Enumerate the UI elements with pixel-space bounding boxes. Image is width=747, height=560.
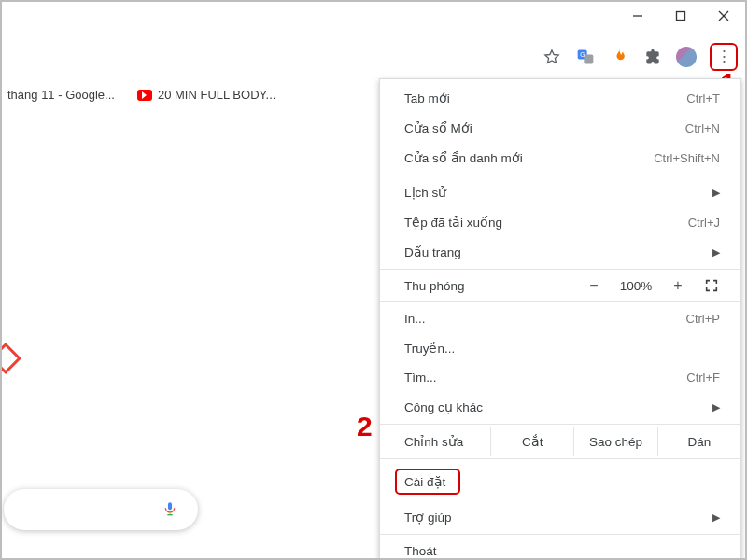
bookmark-label: 20 MIN FULL BODY... bbox=[158, 88, 275, 102]
fullscreen-button[interactable] bbox=[696, 278, 727, 293]
menu-separator bbox=[380, 301, 740, 302]
edit-copy[interactable]: Sao chép bbox=[573, 427, 656, 456]
svg-rect-7 bbox=[168, 502, 172, 510]
menu-item-print[interactable]: In... Ctrl+P bbox=[380, 304, 740, 333]
zoom-value: 100% bbox=[612, 279, 660, 293]
decorative-shape bbox=[0, 343, 21, 374]
menu-separator bbox=[380, 175, 740, 175]
fire-icon[interactable] bbox=[609, 47, 629, 67]
menu-separator bbox=[380, 534, 740, 535]
menu-item-cast[interactable]: Truyền... bbox=[380, 333, 740, 363]
bookmark-label: tháng 11 - Google... bbox=[7, 88, 115, 102]
chevron-right-icon: ▶ bbox=[712, 401, 720, 413]
menu-item-help[interactable]: Trợ giúp ▶ bbox=[380, 502, 740, 532]
bookmark-item[interactable]: tháng 11 - Google... bbox=[7, 88, 115, 102]
microphone-icon[interactable] bbox=[162, 498, 177, 522]
minimize-button[interactable] bbox=[616, 2, 659, 30]
youtube-icon bbox=[137, 90, 152, 101]
svg-text:G: G bbox=[580, 51, 585, 58]
menu-item-new-tab[interactable]: Tab mới Ctrl+T bbox=[380, 83, 740, 113]
star-icon[interactable] bbox=[542, 47, 562, 67]
menu-item-find[interactable]: Tìm... Ctrl+F bbox=[380, 363, 740, 392]
menu-item-downloads[interactable]: Tệp đã tải xuống Ctrl+J bbox=[380, 207, 740, 237]
chevron-right-icon: ▶ bbox=[712, 511, 720, 524]
chevron-right-icon: ▶ bbox=[712, 187, 720, 199]
annotation-2: 2 bbox=[357, 411, 373, 442]
menu-item-zoom: Thu phóng − 100% + bbox=[380, 272, 740, 300]
svg-rect-1 bbox=[677, 12, 685, 21]
menu-item-edit: Chỉnh sửa Cắt Sao chép Dán bbox=[380, 427, 740, 456]
window-controls bbox=[616, 2, 745, 30]
menu-item-bookmarks[interactable]: Dấu trang ▶ bbox=[380, 237, 740, 267]
close-button[interactable] bbox=[702, 2, 745, 30]
menu-item-history[interactable]: Lịch sử ▶ bbox=[380, 177, 740, 207]
chevron-right-icon: ▶ bbox=[712, 246, 720, 259]
maximize-button[interactable] bbox=[659, 2, 702, 30]
bookmarks-bar: tháng 11 - Google... 20 MIN FULL BODY... bbox=[7, 88, 275, 102]
menu-separator bbox=[380, 424, 740, 425]
menu-separator bbox=[380, 269, 740, 270]
zoom-out-button[interactable]: − bbox=[576, 277, 612, 294]
menu-item-new-incognito[interactable]: Cửa sổ ẩn danh mới Ctrl+Shift+N bbox=[380, 143, 740, 173]
menu-item-exit[interactable]: Thoát bbox=[380, 537, 740, 560]
profile-avatar[interactable] bbox=[676, 47, 697, 67]
search-pill[interactable] bbox=[4, 489, 198, 530]
menu-item-new-window[interactable]: Cửa sổ Mới Ctrl+N bbox=[380, 113, 740, 143]
toolbar: G ⋮ bbox=[542, 41, 738, 73]
menu-item-more-tools[interactable]: Công cụ khác ▶ bbox=[380, 392, 740, 422]
chrome-menu: Tab mới Ctrl+T Cửa sổ Mới Ctrl+N Cửa sổ … bbox=[379, 78, 741, 560]
edit-cut[interactable]: Cắt bbox=[490, 427, 573, 456]
google-translate-icon[interactable]: G bbox=[575, 47, 596, 67]
bookmark-item[interactable]: 20 MIN FULL BODY... bbox=[137, 88, 275, 102]
extensions-icon[interactable] bbox=[642, 47, 663, 67]
zoom-in-button[interactable]: + bbox=[660, 277, 696, 294]
svg-rect-5 bbox=[584, 55, 593, 64]
settings-highlight: Cài đặt bbox=[395, 469, 460, 495]
menu-item-settings[interactable]: Cài đặt bbox=[380, 461, 740, 502]
edit-paste[interactable]: Dán bbox=[657, 427, 740, 456]
menu-separator bbox=[380, 458, 740, 459]
